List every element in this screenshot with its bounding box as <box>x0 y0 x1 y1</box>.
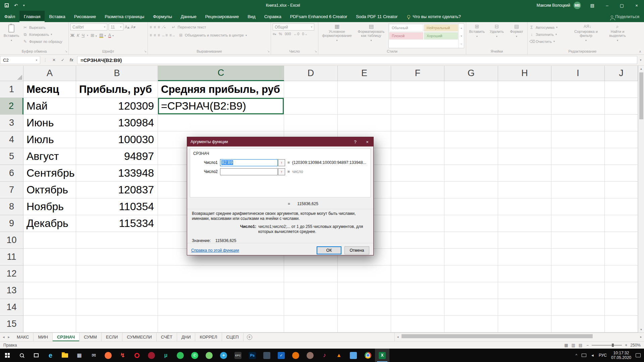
format-cells-button[interactable]: ▤Формат▾ <box>507 23 526 48</box>
language-indicator[interactable]: РУС <box>599 353 607 358</box>
cell-A13[interactable] <box>23 282 76 299</box>
cell-B10[interactable] <box>76 232 158 249</box>
lightning-app-icon[interactable]: ↯ <box>115 349 130 362</box>
store-icon[interactable]: ▦ <box>72 349 87 362</box>
cell-A5[interactable]: Август <box>23 148 76 165</box>
row-header-1[interactable]: 1 <box>0 81 23 98</box>
clipboard-dialog-launcher-icon[interactable]: ↘ <box>65 50 67 53</box>
cell-B14[interactable] <box>76 299 158 316</box>
zoom-slider[interactable] <box>592 345 622 346</box>
percent-style-icon[interactable]: % <box>279 32 282 36</box>
opera-icon[interactable] <box>130 349 144 362</box>
cell-A2[interactable]: Май <box>23 98 76 115</box>
number-dialog-launcher-icon[interactable]: ↘ <box>314 50 317 53</box>
task-view-icon[interactable] <box>29 349 43 362</box>
cell-H5[interactable] <box>498 148 551 165</box>
row-header-8[interactable]: 8 <box>0 198 23 215</box>
orientation-icon[interactable]: ⟋▾ <box>162 25 165 29</box>
whatsapp-icon[interactable]: ✆ <box>187 349 202 362</box>
cell-F8[interactable] <box>391 198 444 215</box>
cell-B3[interactable]: 130984 <box>76 115 158 131</box>
cell-F4[interactable] <box>391 131 444 148</box>
cell-D15[interactable] <box>284 316 338 333</box>
cell-F2[interactable] <box>391 98 444 115</box>
name-box-dropdown-icon[interactable]: ▾ <box>36 59 37 62</box>
cell-D12[interactable] <box>284 265 338 282</box>
cell-I14[interactable] <box>551 299 605 316</box>
zoom-in-ic[interactable]: + <box>625 343 627 348</box>
align-middle-icon[interactable]: ≡ <box>154 25 156 29</box>
grow-font-icon[interactable]: А▴ <box>125 25 129 29</box>
column-header-C[interactable]: C <box>158 66 284 81</box>
cell-A3[interactable]: Июнь <box>23 115 76 131</box>
number-format-select[interactable]: Общий▾ <box>273 23 314 31</box>
dialog-help-icon[interactable]: ? <box>349 137 361 146</box>
accounting-format-icon[interactable]: ¤▾ <box>273 32 276 36</box>
formula-input[interactable]: =СРЗНАЧ(B2:B9) <box>77 56 637 64</box>
fill-button[interactable]: ↓Заполнить▾ <box>529 31 569 38</box>
cell-I15[interactable] <box>551 316 605 333</box>
cell-I1[interactable] <box>551 81 605 98</box>
avatar[interactable]: МВ <box>574 2 581 9</box>
cell-style-Плохой[interactable]: Плохой <box>389 32 423 40</box>
sheet-tab-МИН[interactable]: МИН <box>34 333 53 341</box>
dialog-title-bar[interactable]: Аргументы функции ? × <box>187 137 373 146</box>
cell-B12[interactable] <box>76 265 158 282</box>
alignment-dialog-launcher-icon[interactable]: ↘ <box>267 50 270 53</box>
utorrent-icon[interactable]: µ <box>159 349 173 362</box>
column-header-J[interactable]: J <box>605 66 638 81</box>
cell-I2[interactable] <box>551 98 605 115</box>
cell-C3[interactable] <box>158 115 284 131</box>
cell-F14[interactable] <box>391 299 444 316</box>
sheet-tab-СРЗНАЧ[interactable]: СРЗНАЧ <box>53 333 79 341</box>
cell-G14[interactable] <box>444 299 498 316</box>
cell-I11[interactable] <box>551 249 605 265</box>
decrease-decimal-icon[interactable]: 0→ <box>302 32 308 36</box>
search-icon[interactable] <box>14 349 29 362</box>
close-button[interactable]: × <box>629 0 644 11</box>
cell-A12[interactable] <box>23 265 76 282</box>
cell-style-Обычный[interactable]: Обычный <box>389 24 423 32</box>
cell-H3[interactable] <box>498 115 551 131</box>
clock[interactable]: 10:17:32 07.05.2020 <box>611 351 631 360</box>
music-app-icon[interactable]: ♪ <box>317 349 332 362</box>
qat-customize-icon[interactable]: ▾ <box>23 4 25 7</box>
cell-G10[interactable] <box>444 232 498 249</box>
cell-I4[interactable] <box>551 131 605 148</box>
cell-C2[interactable]: =СРЗНАЧ(B2:B9) <box>158 98 284 115</box>
cell-B6[interactable]: 133948 <box>76 165 158 182</box>
cell-J11[interactable] <box>605 249 638 265</box>
cell-B9[interactable]: 115334 <box>76 215 158 232</box>
chrome-icon[interactable] <box>361 349 375 362</box>
scroll-right-icon[interactable]: ► <box>638 336 644 339</box>
arg1-input[interactable]: B2:B9 <box>220 159 278 166</box>
cell-B7[interactable]: 120837 <box>76 182 158 198</box>
ok-button[interactable]: ОК <box>317 246 341 254</box>
cell-B13[interactable] <box>76 282 158 299</box>
row-header-4[interactable]: 4 <box>0 131 23 148</box>
row-header-6[interactable]: 6 <box>0 165 23 182</box>
merge-center-button[interactable]: ⊞Объединить и поместить в центре▾ <box>178 32 247 39</box>
ribbon-tab-Справка[interactable]: Справка <box>260 11 286 22</box>
cell-G4[interactable] <box>444 131 498 148</box>
ribbon-tab-Вид[interactable]: Вид <box>243 11 260 22</box>
cell-F12[interactable] <box>391 265 444 282</box>
edge-icon[interactable]: e <box>43 349 58 362</box>
arg2-input[interactable] <box>220 168 278 175</box>
cell-B15[interactable] <box>76 316 158 333</box>
column-header-I[interactable]: I <box>551 66 605 81</box>
expand-formula-bar-icon[interactable]: ▾ <box>637 55 644 65</box>
sheet-tab-МАКС[interactable]: МАКС <box>12 333 34 341</box>
ribbon-tab-Файл[interactable]: Файл <box>0 11 19 22</box>
cell-B1[interactable]: Прибыль, руб <box>76 81 158 98</box>
copy-button[interactable]: ⧉Копировать▾ <box>23 31 62 38</box>
row-header-10[interactable]: 10 <box>0 232 23 249</box>
find-select-button[interactable]: ⌕Найти и выделить▾ <box>603 23 632 48</box>
name-box[interactable]: C2 ▾ <box>0 56 40 64</box>
cell-J2[interactable] <box>605 98 638 115</box>
cell-G8[interactable] <box>444 198 498 215</box>
borders-icon[interactable]: ⊞ ▾ <box>91 33 97 38</box>
cell-E14[interactable] <box>338 299 391 316</box>
tray-chevron-icon[interactable]: ^ <box>576 353 577 357</box>
cell-A8[interactable]: Ноябрь <box>23 198 76 215</box>
